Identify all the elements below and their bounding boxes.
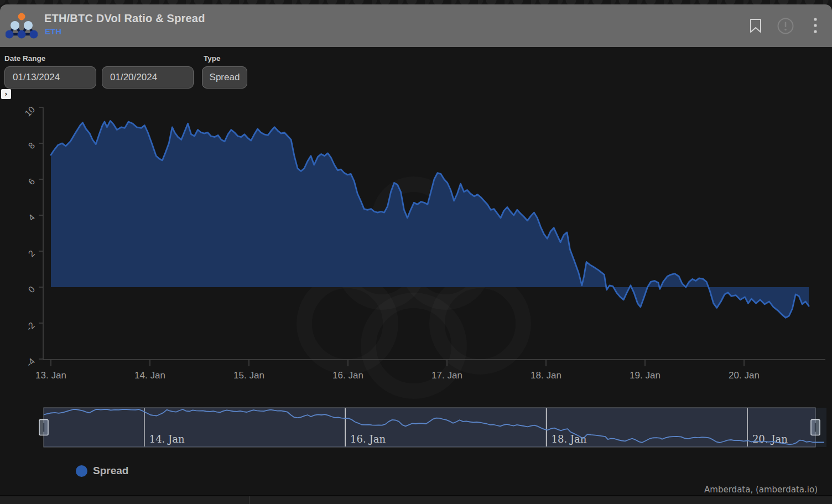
bottom-panel-edge (0, 495, 832, 504)
y-axis-label: 4 (27, 212, 37, 222)
x-axis-label: 14. Jan (134, 370, 165, 381)
navigator-range-label: 18. Jan (552, 433, 587, 445)
navigator-left-handle[interactable] (39, 420, 48, 435)
y-axis-label: -2 (24, 320, 37, 332)
navigator[interactable]: 14. Jan16. Jan18. Jan20. Jan (39, 408, 826, 447)
x-axis-label: 18. Jan (531, 370, 561, 381)
main-plot[interactable] (51, 121, 809, 318)
legend-item-spread[interactable]: Spread (76, 465, 128, 477)
navigator-range-label: 14. Jan (149, 433, 185, 445)
credits-link[interactable]: Amberdata, (amberdata.io) (704, 485, 818, 495)
y-axis-label: 8 (27, 141, 37, 150)
chart-widget: ETH/BTC DVol Ratio & Spread ETH (0, 4, 832, 500)
y-axis-label: 0 (27, 284, 37, 294)
dashboard-panel: ETH/BTC DVol Ratio & Spread ETH (0, 0, 832, 504)
x-axis-label: 13. Jan (35, 370, 66, 381)
spread-area-fill (51, 121, 809, 318)
spread-area-chart[interactable]: 1086420-2-413. Jan14. Jan15. Jan16. Jan1… (0, 4, 832, 500)
x-axis-label: 19. Jan (630, 370, 661, 381)
y-axis-label: -4 (24, 356, 37, 368)
legend-marker (76, 465, 87, 477)
navigator-right-handle[interactable] (811, 420, 820, 435)
y-axis-label: 6 (27, 176, 37, 186)
y-axis-label: 2 (27, 248, 37, 258)
x-axis-label: 20. Jan (729, 370, 760, 381)
x-axis-label: 17. Jan (431, 370, 462, 381)
y-axis-label: 10 (23, 105, 37, 118)
legend-label: Spread (93, 465, 128, 477)
panel-divider (249, 496, 249, 504)
x-axis-label: 15. Jan (233, 370, 264, 381)
x-axis-label: 16. Jan (332, 370, 363, 381)
navigator-range-label: 16. Jan (350, 433, 386, 445)
